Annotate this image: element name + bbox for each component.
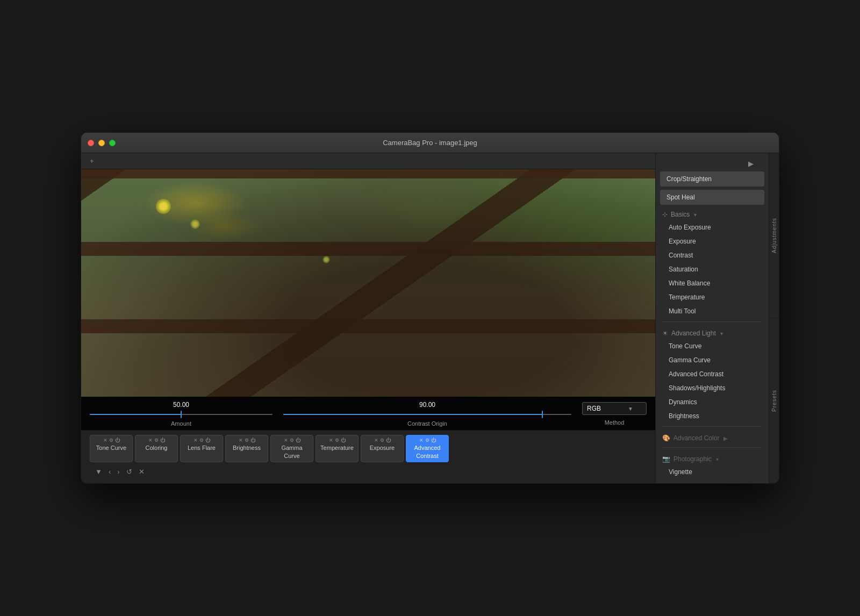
amount-slider-group: 50.00 Amount <box>90 401 273 427</box>
amount-slider-track[interactable] <box>90 411 273 418</box>
menu-exposure[interactable]: Exposure <box>658 234 766 248</box>
tab-x-icon: ✕ <box>148 438 153 443</box>
filter-tab-tone-curve[interactable]: ✕ ⚙ ⏻ Tone Curve <box>90 435 133 462</box>
presets-tab[interactable]: Presets <box>769 318 779 483</box>
advanced-light-section-header[interactable]: ☀ Advanced Light ▾ <box>656 325 769 339</box>
filter-tab-advanced-contrast[interactable]: ✕ ⚙ ⏻ AdvancedContrast <box>406 435 449 462</box>
tab-gear-icon: ⚙ <box>245 438 249 443</box>
method-group: RGB ▼ Method <box>582 402 647 426</box>
menu-multi-tool[interactable]: Multi Tool <box>658 304 766 318</box>
photographic-arrow-icon: ▾ <box>716 456 719 462</box>
contrast-slider-track[interactable] <box>283 411 571 418</box>
panel-side-tabs: Adjustments Presets <box>769 153 779 483</box>
panel-content: ▶ Crop/Straighten Spot Heal ⊹ Basics ▾ A… <box>656 153 769 483</box>
filter-tab-gamma-curve[interactable]: ✕ ⚙ ⏻ GammaCurve <box>270 435 313 462</box>
prev-button[interactable]: ‹ <box>109 468 111 476</box>
close-button[interactable] <box>88 140 94 146</box>
method-select-value: RGB <box>587 405 601 412</box>
contrast-label: Contrast Origin <box>283 420 571 427</box>
filter-tab-brightness[interactable]: ✕ ⚙ ⏻ Brightness <box>225 435 268 462</box>
tab-power-icon: ⏻ <box>250 438 255 443</box>
tab-gear-icon: ⚙ <box>109 438 113 443</box>
menu-brightness[interactable]: Brightness <box>658 409 766 423</box>
next-button[interactable]: › <box>117 468 119 476</box>
advanced-color-icon: 🎨 <box>662 434 670 442</box>
tab-icons-exposure: ✕ ⚙ ⏻ <box>374 438 391 443</box>
adjustments-tab[interactable]: Adjustments <box>769 153 779 318</box>
menu-contrast[interactable]: Contrast <box>658 248 766 262</box>
basics-arrow-icon: ▾ <box>694 212 697 218</box>
tab-power-icon: ⏻ <box>160 438 165 443</box>
advanced-color-arrow-icon: ▶ <box>723 435 728 441</box>
tab-label-temperature: Temperature <box>320 444 354 452</box>
advanced-color-section-header[interactable]: 🎨 Advanced Color ▶ <box>656 430 769 444</box>
tab-x-icon: ✕ <box>284 438 288 443</box>
tab-gear-icon: ⚙ <box>335 438 339 443</box>
add-button[interactable]: + <box>87 156 97 166</box>
basics-section-header[interactable]: ⊹ Basics ▾ <box>656 206 769 220</box>
adjustments-tab-label: Adjustments <box>771 218 777 253</box>
expand-button[interactable]: ▼ <box>95 468 102 476</box>
window-title: CameraBag Pro - image1.jpeg <box>383 139 477 147</box>
tab-icons-tone-curve: ✕ ⚙ ⏻ <box>103 438 120 443</box>
tab-label-tone-curve: Tone Curve <box>96 444 126 452</box>
filter-tabs: ✕ ⚙ ⏻ Tone Curve ✕ ⚙ ⏻ <box>90 435 647 462</box>
tab-gear-icon: ⚙ <box>425 438 429 443</box>
image-container <box>81 169 655 397</box>
menu-vignette[interactable]: Vignette <box>658 465 766 479</box>
tab-x-icon: ✕ <box>103 438 108 443</box>
method-select-arrow-icon: ▼ <box>628 406 633 412</box>
bokeh-2 <box>190 219 200 229</box>
tab-label-brightness: Brightness <box>233 444 261 452</box>
tab-power-icon: ⏻ <box>386 438 391 443</box>
panel-expand-icon[interactable]: ▶ <box>748 160 754 168</box>
menu-tone-curve[interactable]: Tone Curve <box>658 339 766 353</box>
content-area: + 50.00 <box>81 153 779 483</box>
filter-tab-exposure[interactable]: ✕ ⚙ ⏻ Exposure <box>361 435 404 462</box>
reset-button[interactable]: ↺ <box>126 468 132 476</box>
right-panel: ▶ Crop/Straighten Spot Heal ⊹ Basics ▾ A… <box>655 153 779 483</box>
menu-temperature[interactable]: Temperature <box>658 290 766 304</box>
menu-saturation[interactable]: Saturation <box>658 262 766 276</box>
divider-2 <box>662 426 762 427</box>
amount-slider-thumb <box>181 411 182 418</box>
app-window: CameraBag Pro - image1.jpeg + <box>81 132 779 484</box>
menu-auto-exposure[interactable]: Auto Exposure <box>658 220 766 234</box>
crop-straighten-button[interactable]: Crop/Straighten <box>660 171 764 187</box>
menu-dynamics[interactable]: Dynamics <box>658 395 766 409</box>
tab-label-coloring: Coloring <box>146 444 168 452</box>
canvas-toolbar: + <box>81 153 655 169</box>
bokeh-3 <box>322 256 330 263</box>
tab-gear-icon: ⚙ <box>380 438 384 443</box>
bottom-nav: ▼ ‹ › ↺ ✕ <box>90 464 647 479</box>
method-select[interactable]: RGB ▼ <box>582 402 647 415</box>
close-filter-button[interactable]: ✕ <box>139 468 145 476</box>
sliders-row: 50.00 Amount 90.00 <box>90 401 647 427</box>
tab-icons-gamma-curve: ✕ ⚙ ⏻ <box>284 438 300 443</box>
tab-power-icon: ⏻ <box>205 438 210 443</box>
spot-heal-button[interactable]: Spot Heal <box>660 190 764 205</box>
filter-tab-coloring[interactable]: ✕ ⚙ ⏻ Coloring <box>135 435 178 462</box>
menu-gamma-curve[interactable]: Gamma Curve <box>658 353 766 367</box>
basics-title: Basics <box>671 211 690 218</box>
amount-slider-rail <box>90 414 273 415</box>
basics-icon: ⊹ <box>662 211 668 218</box>
maximize-button[interactable] <box>109 140 116 146</box>
filter-tab-temperature[interactable]: ✕ ⚙ ⏻ Temperature <box>316 435 359 462</box>
menu-white-balance[interactable]: White Balance <box>658 276 766 290</box>
tab-icons-lens-flare: ✕ ⚙ ⏻ <box>194 438 210 443</box>
tab-label-advanced-contrast: AdvancedContrast <box>414 444 441 460</box>
tab-x-icon: ✕ <box>419 438 424 443</box>
filter-tab-lens-flare[interactable]: ✕ ⚙ ⏻ Lens Flare <box>180 435 223 462</box>
tab-gear-icon: ⚙ <box>154 438 159 443</box>
divider-3 <box>662 447 762 448</box>
menu-shadows-highlights[interactable]: Shadows/Highlights <box>658 381 766 395</box>
minimize-button[interactable] <box>98 140 105 146</box>
menu-advanced-contrast[interactable]: Advanced Contrast <box>658 367 766 381</box>
traffic-lights <box>88 140 116 146</box>
advanced-light-title: Advanced Light <box>671 330 716 337</box>
amount-slider-fill <box>90 414 181 415</box>
tab-label-exposure: Exposure <box>370 444 395 452</box>
photographic-section-header[interactable]: 📷 Photographic ▾ <box>656 451 769 465</box>
amount-label: Amount <box>90 420 273 427</box>
